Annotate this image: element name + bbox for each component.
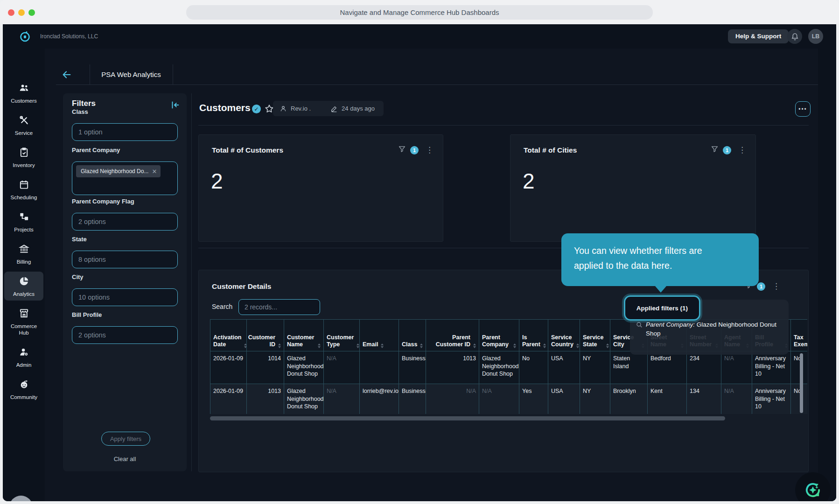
column-header-customer-type[interactable]: Customer Type bbox=[324, 320, 360, 351]
notifications-button[interactable] bbox=[787, 29, 802, 44]
collapse-panel-icon[interactable] bbox=[170, 100, 180, 110]
filter-select-city[interactable] bbox=[72, 288, 178, 306]
sort-icon[interactable] bbox=[473, 343, 476, 348]
column-header-label: Service State bbox=[583, 334, 603, 348]
filter-select-parent-company[interactable]: Glazed Neighborhood Do...✕ bbox=[72, 161, 178, 195]
tools-icon bbox=[19, 115, 29, 127]
sidebar-item-inventory[interactable]: Inventory bbox=[4, 143, 43, 172]
filter-select-bill-profile[interactable] bbox=[72, 326, 178, 344]
column-header-label: Activation Date bbox=[213, 334, 241, 348]
table-cell: USA bbox=[548, 384, 580, 414]
close-window-icon[interactable] bbox=[8, 9, 14, 16]
chip-label: Glazed Neighborhood Do... bbox=[81, 168, 148, 175]
kebab-menu-icon[interactable]: ⋮ bbox=[738, 146, 746, 154]
column-header-service-country[interactable]: Service Country bbox=[548, 320, 580, 351]
sidebar-item-customers[interactable]: Customers bbox=[4, 78, 43, 107]
sort-icon[interactable] bbox=[513, 343, 516, 348]
sort-icon[interactable] bbox=[543, 343, 546, 348]
column-header-service-state[interactable]: Service State bbox=[580, 320, 610, 351]
bank-icon bbox=[19, 244, 29, 256]
column-header-is-parent[interactable]: Is Parent bbox=[519, 320, 548, 351]
sort-icon[interactable] bbox=[278, 343, 281, 348]
applied-filter-count-badge[interactable]: 1 bbox=[757, 282, 765, 291]
chip-remove-icon[interactable]: ✕ bbox=[152, 168, 157, 175]
dashboard-owner: Rev.io . bbox=[291, 105, 311, 112]
column-header-tax-exempt[interactable]: Tax Exempt bbox=[791, 320, 807, 351]
filter-funnel-icon[interactable] bbox=[711, 145, 719, 155]
apply-filters-button[interactable]: Apply filters bbox=[101, 432, 150, 446]
sidebar-item-admin[interactable]: Admin bbox=[4, 343, 43, 371]
table-cell: Glazed Neighborhood Donut Shop bbox=[479, 351, 519, 384]
column-header-email[interactable]: Email bbox=[360, 320, 399, 351]
card-title: Total # of Customers bbox=[212, 146, 283, 154]
applied-filters-button[interactable]: Applied filters (1) bbox=[624, 295, 700, 321]
verified-badge-icon: ✓ bbox=[252, 105, 261, 113]
table-cell: Business bbox=[399, 351, 426, 384]
column-header-label: Tax Exempt bbox=[794, 334, 807, 348]
sidebar-item-scheduling[interactable]: Scheduling bbox=[4, 175, 43, 204]
table-cell: Bedford bbox=[648, 351, 687, 384]
applied-filter-detail: Parent Company: Glazed Neighborhood Donu… bbox=[646, 320, 783, 338]
sidebar-item-billing[interactable]: Billing bbox=[4, 239, 43, 268]
sort-icon[interactable] bbox=[606, 343, 609, 348]
sidebar-item-community[interactable]: Community bbox=[4, 375, 43, 404]
table-row[interactable]: 2026-01-091013Glazed Neighborhood Donut … bbox=[210, 384, 807, 414]
column-header-label: Customer ID bbox=[248, 334, 275, 348]
sidebar-item-label: Projects bbox=[14, 226, 34, 233]
column-header-customer-id[interactable]: Customer ID bbox=[247, 320, 284, 351]
coach-tooltip: You can view whether filters are applied… bbox=[561, 233, 759, 286]
column-header-label: Class bbox=[402, 341, 417, 348]
panel-divider bbox=[191, 93, 192, 471]
help-support-button[interactable]: Help & Support bbox=[728, 29, 789, 43]
search-input[interactable] bbox=[238, 299, 320, 315]
sort-icon[interactable] bbox=[576, 343, 579, 348]
column-header-activation-date[interactable]: Activation Date bbox=[210, 320, 247, 351]
table-vertical-scrollbar[interactable] bbox=[800, 353, 803, 413]
maximize-window-icon[interactable] bbox=[28, 9, 35, 16]
filter-select-class[interactable] bbox=[72, 123, 178, 141]
table-cell: NY bbox=[580, 384, 610, 414]
applied-filter-name: Parent Company: bbox=[646, 321, 695, 328]
sidebar-item-label: Community bbox=[10, 394, 37, 400]
table-cell: N/A bbox=[426, 384, 479, 414]
sidebar-item-service[interactable]: Service bbox=[4, 111, 43, 140]
table-cell: USA bbox=[548, 351, 580, 384]
column-header-label: Parent Customer ID bbox=[429, 334, 470, 348]
column-header-parent-customer-id[interactable]: Parent Customer ID bbox=[426, 320, 479, 351]
details-title: Customer Details bbox=[212, 282, 271, 291]
filter-select-state[interactable] bbox=[72, 251, 178, 268]
table-row[interactable]: 2026-01-091014Glazed Neighborhood Donut … bbox=[210, 351, 807, 384]
minimize-window-icon[interactable] bbox=[18, 9, 25, 16]
applied-filter-count-badge[interactable]: 1 bbox=[723, 146, 731, 154]
clear-all-link[interactable]: Clear all bbox=[63, 455, 187, 462]
sort-icon[interactable] bbox=[420, 343, 423, 348]
dashboard-more-button[interactable]: ••• bbox=[795, 101, 811, 117]
applied-filter-count-badge[interactable]: 1 bbox=[410, 146, 419, 154]
sidebar-item-commerce-hub[interactable]: Commerce Hub bbox=[4, 304, 43, 339]
user-avatar[interactable]: LB bbox=[808, 29, 823, 44]
help-fab-button[interactable]: ? bbox=[9, 496, 33, 501]
table-horizontal-scrollbar[interactable] bbox=[210, 416, 725, 420]
column-header-class[interactable]: Class bbox=[399, 320, 426, 351]
kebab-menu-icon[interactable]: ⋮ bbox=[772, 282, 780, 290]
storefront-icon bbox=[19, 308, 29, 321]
org-chart-icon bbox=[19, 211, 29, 224]
filter-funnel-icon[interactable] bbox=[398, 145, 406, 155]
sort-icon[interactable] bbox=[318, 343, 321, 348]
column-header-customer-name[interactable]: Customer Name bbox=[284, 320, 324, 351]
column-header-label: Is Parent bbox=[522, 334, 540, 348]
back-button[interactable] bbox=[60, 68, 73, 81]
sort-icon[interactable] bbox=[357, 343, 359, 348]
sidebar-item-projects[interactable]: Projects bbox=[4, 207, 43, 236]
card-value: 2 bbox=[211, 168, 223, 194]
column-header-parent-company[interactable]: Parent Company bbox=[479, 320, 519, 351]
filter-select-parent-company-flag[interactable] bbox=[72, 213, 178, 231]
sort-icon[interactable] bbox=[381, 343, 384, 348]
kebab-menu-icon[interactable]: ⋮ bbox=[426, 146, 433, 154]
admin-gear-icon bbox=[19, 347, 29, 359]
tab-psa-web-analytics[interactable]: PSA Web Analytics bbox=[90, 64, 173, 84]
table-cell: 234 bbox=[687, 351, 721, 384]
sidebar-item-analytics[interactable]: Analytics bbox=[4, 272, 43, 301]
clipboard-check-icon bbox=[19, 147, 29, 160]
table-cell: NY bbox=[580, 351, 610, 384]
